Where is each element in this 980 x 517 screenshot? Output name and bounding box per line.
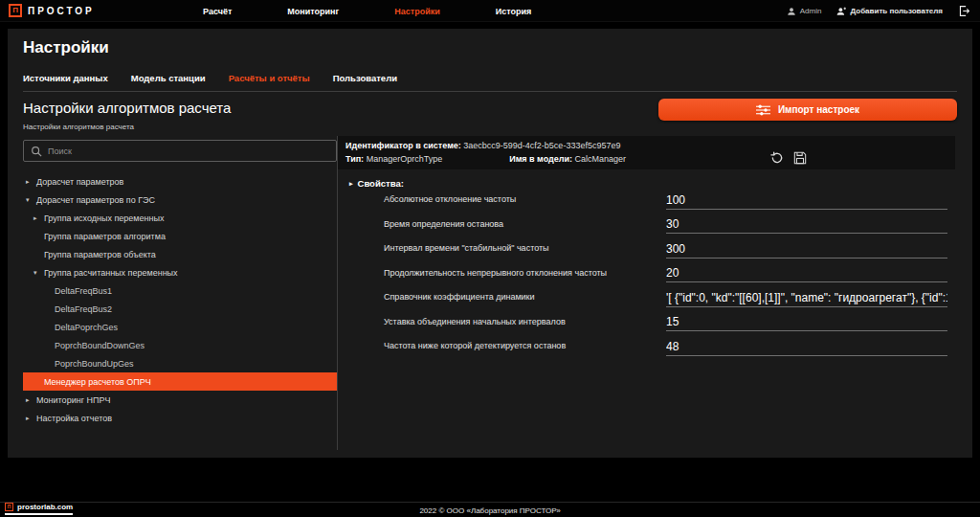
tree-item[interactable]: ▸Дорасчет параметров [23,172,337,191]
user-name: Admin [800,7,822,15]
property-value-field[interactable]: 15 [666,315,947,331]
tree-item-label: Группа расчитанных переменных [44,268,178,278]
tree-item-label: Группа параметров алгоритма [44,232,166,241]
details-header: Идентификатор в системе: 3aecbcc9-599d-4… [338,136,955,169]
system-id-label: Идентификатор в системе: [345,141,461,150]
page-title: Настройки [23,38,109,57]
save-icon [793,151,807,165]
tree-item[interactable]: DeltaFreqBus1 [23,281,337,300]
tree-item[interactable]: DeltaPoprchGes [23,318,337,336]
property-value-field[interactable]: 30 [666,217,947,234]
add-user-label: Добавить пользователя [850,7,943,15]
property-row: Уставка объединения начальных интервалов… [338,308,965,333]
tree-search [23,140,337,162]
model-name-value: CalcManager [575,154,627,164]
tree-item[interactable]: DeltaFreqBus2 [23,300,337,318]
refresh-button[interactable] [770,151,784,165]
property-label: Уставка объединения начальных интервалов [384,317,566,326]
tree-item[interactable]: ▾Дорасчет параметров по ГЭС [23,191,337,209]
type-name-row: Тип: ManagerOprchType Имя в модели: Calc… [345,154,947,164]
nav-item-2[interactable]: Настройки [394,7,439,16]
tree-item-label: PoprchBoundDownGes [55,341,145,350]
tree-item-label: Группа исходных переменных [44,214,164,223]
type-field: Тип: ManagerOprchType [345,154,442,164]
property-row: Время определения останова30 [338,211,965,236]
copyright-text: 2022 © ООО «Лаборатория ПРОСТОР» [419,506,560,515]
property-value-field[interactable]: 48 [666,340,947,356]
property-value-field[interactable]: 20 [666,266,947,282]
add-user-button[interactable]: Добавить пользователя [836,7,943,16]
save-button[interactable] [793,151,807,165]
tree-item-label: Мониторинг НПРЧ [36,395,110,405]
chevron-right-icon: ▸ [26,178,36,186]
site-link-label: prostorlab.com [17,503,73,511]
footer: 2022 © ООО «Лаборатория ПРОСТОР» [0,502,980,515]
prostor-mini-logo-icon: П [5,503,13,511]
settings-panel: Настройки Источники данныхМодель станции… [8,29,972,458]
system-id-row: Идентификатор в системе: 3aecbcc9-599d-4… [345,141,947,150]
property-label: Справочник коэффициента динамики [384,292,535,302]
add-user-icon [836,7,846,16]
nav-item-3[interactable]: История [496,7,532,16]
nav-item-1[interactable]: Мониторинг [287,7,339,16]
site-link[interactable]: П prostorlab.com [5,503,73,515]
chevron-right-icon: ▸ [26,415,36,422]
type-label: Тип: [345,154,364,164]
property-row: Частота ниже которой детектируется остан… [338,332,965,357]
top-navigation: П ПРОСТОР РасчётМониторингНастройкиИстор… [0,0,980,22]
tree-item-label: Группа параметров объекта [44,250,156,259]
prostor-logo-icon: П [9,4,22,17]
model-name-label: Имя в модели: [509,154,572,164]
tab-2[interactable]: Расчёты и отчёты [229,73,310,83]
search-input[interactable] [48,146,329,156]
property-label: Частота ниже которой детектируется остан… [384,341,566,350]
section-title: Настройки алгоритмов расчета [23,100,231,116]
tab-0[interactable]: Источники данных [23,73,108,83]
nav-item-0[interactable]: Расчёт [203,7,232,16]
details-pane: Идентификатор в системе: 3aecbcc9-599d-4… [338,136,965,452]
tree-item-label: Настройка отчетов [36,414,112,423]
prostor-logo[interactable]: П ПРОСТОР [9,4,95,17]
tree: ▸Дорасчет параметров▾Дорасчет параметров… [23,172,337,427]
tree-item-label: Дорасчет параметров по ГЭС [36,195,155,205]
tree-item[interactable]: PoprchBoundUpGes [23,354,337,372]
property-label: Абсолютное отклонение частоты [384,194,516,204]
property-row: Справочник коэффициента динамики'[ {"id"… [338,283,965,308]
type-value: ManagerOprchType [367,154,443,164]
property-value-field[interactable]: 300 [666,242,947,258]
import-settings-button[interactable]: Импорт настроек [658,99,957,121]
tree-item-label: PoprchBoundUpGes [55,359,134,369]
tab-3[interactable]: Пользователи [333,73,397,83]
tree-item[interactable]: Группа параметров объекта [23,245,337,263]
chevron-down-icon: ▾ [33,269,44,277]
property-row: Интервал времени "стабильной" частоты300 [338,235,965,259]
tree-item[interactable]: ▸Настройка отчетов [23,409,337,427]
tab-1[interactable]: Модель станции [131,73,206,83]
section-subtitle: Настройки алгоритмов расчета [23,123,134,131]
model-name-field: Имя в модели: CalcManager [509,154,626,164]
tree-item[interactable]: ▾Группа расчитанных переменных [23,263,337,281]
details-actions [770,151,807,165]
tree-item[interactable]: ▸Группа исходных переменных [23,209,337,227]
property-value-field[interactable]: '[ {"id":0, "kd":"[[60],[1]]", "name": "… [666,291,947,307]
user-icon [787,7,796,16]
topnav-right: Admin Добавить пользователя [787,0,970,22]
property-value-field[interactable]: 100 [666,193,947,210]
import-settings-label: Импорт настроек [778,104,859,115]
tree-item-label: DeltaFreqBus2 [55,304,112,314]
tree-item[interactable]: ▸Мониторинг НПРЧ [23,391,337,409]
main-nav: РасчётМониторингНастройкиИстория [203,0,531,22]
tree-item-label: Дорасчет параметров [36,177,123,187]
chevron-down-icon: ▾ [26,196,36,204]
logout-icon [958,5,970,17]
tree-item-label: DeltaFreqBus1 [55,286,112,296]
tree-item[interactable]: Менеджер расчетов ОПРЧ [23,372,337,391]
tree-item[interactable]: PoprchBoundDownGes [23,336,337,354]
prostor-logo-text: ПРОСТОР [28,6,95,16]
user-menu[interactable]: Admin [787,7,822,16]
property-row: Продолжительность непрерывного отклонени… [338,259,965,284]
tree-item[interactable]: Группа параметров алгоритма [23,227,337,245]
logout-button[interactable] [958,5,970,17]
property-label: Интервал времени "стабильной" частоты [384,243,549,253]
property-label: Продолжительность непрерывного отклонени… [384,268,607,278]
